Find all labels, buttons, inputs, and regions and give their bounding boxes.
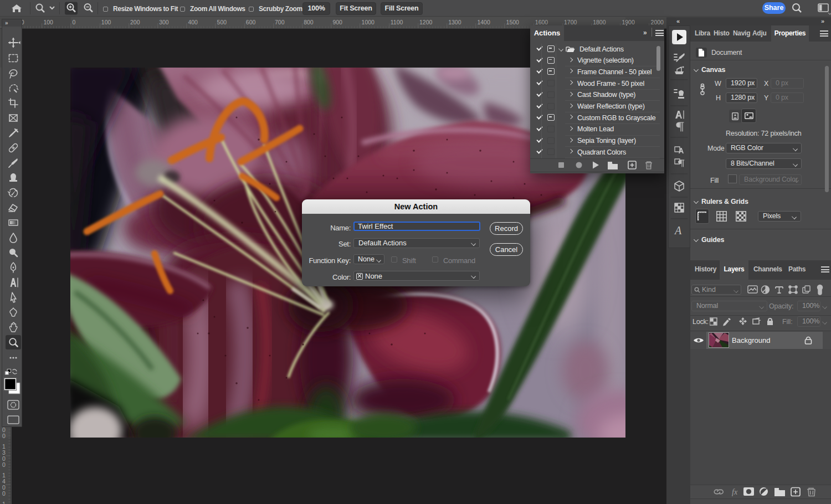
svg-text:A: A [674, 224, 682, 236]
svg-text:fx: fx [732, 488, 738, 496]
